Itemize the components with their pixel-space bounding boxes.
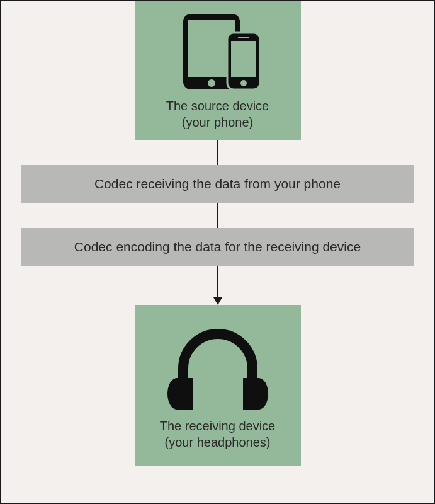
svg-rect-6	[238, 37, 249, 38]
arrow-head-icon	[213, 297, 222, 305]
headphones-icon	[164, 321, 271, 413]
tablet-phone-icon	[167, 11, 268, 93]
codec-receive-box: Codec receiving the data from your phone	[21, 165, 414, 203]
svg-point-2	[208, 79, 215, 87]
arrow-connector	[213, 266, 222, 305]
connector-line-1	[217, 140, 218, 165]
connector-line-2	[217, 203, 218, 228]
codec-encode-box: Codec encoding the data for the receivin…	[21, 228, 414, 266]
receiver-label-line2: (your headphones)	[165, 435, 271, 449]
source-label-line1: The source device	[166, 99, 269, 113]
arrow-line	[217, 266, 218, 297]
source-device-label: The source device (your phone)	[166, 98, 269, 130]
receiver-label-line1: The receiving device	[160, 419, 275, 433]
svg-rect-4	[231, 41, 256, 77]
receiving-device-label: The receiving device (your headphones)	[160, 418, 275, 450]
receiving-device-box: The receiving device (your headphones)	[135, 305, 301, 466]
codec-receive-label: Codec receiving the data from your phone	[94, 176, 341, 192]
svg-point-5	[240, 80, 247, 86]
codec-encode-label: Codec encoding the data for the receivin…	[74, 239, 361, 255]
source-label-line2: (your phone)	[182, 115, 253, 129]
source-device-box: The source device (your phone)	[135, 1, 301, 140]
